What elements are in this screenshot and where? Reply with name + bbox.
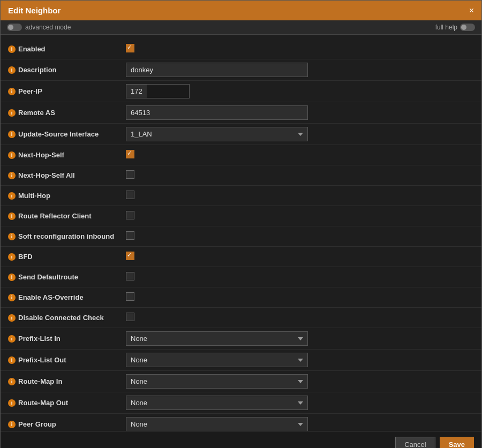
peer-ip-prefix: 172 bbox=[126, 84, 147, 98]
label-route-reflector: i Route Reflector Client bbox=[8, 212, 126, 220]
label-disable-connected: i Disable Connected Check bbox=[8, 314, 126, 322]
select-update-source[interactable]: 1_LAN bbox=[126, 127, 308, 141]
label-soft-reconfig: i Soft reconfiguration inbound bbox=[8, 232, 126, 240]
control-disable-connected bbox=[126, 313, 474, 323]
checkbox-enable-as-override[interactable] bbox=[126, 292, 134, 301]
checkbox-route-reflector[interactable] bbox=[126, 211, 134, 219]
checkbox-multi-hop[interactable] bbox=[126, 191, 134, 199]
row-peer-group: i Peer Group None bbox=[1, 414, 481, 431]
label-peer-group: i Peer Group bbox=[8, 420, 126, 428]
row-multi-hop: i Multi-Hop bbox=[1, 186, 481, 206]
info-icon-prefix-list-out: i bbox=[8, 356, 16, 364]
full-help-label: full help bbox=[435, 24, 457, 31]
dialog-footer: Cancel Save bbox=[1, 431, 481, 448]
label-send-defaultroute: i Send Defaultroute bbox=[8, 273, 126, 281]
dialog-body: i Enabled i Description i Peer-IP bbox=[1, 35, 481, 431]
save-button[interactable]: Save bbox=[440, 437, 474, 448]
edit-neighbor-dialog: Edit Neighbor × advanced mode full help … bbox=[0, 0, 482, 448]
row-prefix-list-out: i Prefix-List Out None bbox=[1, 350, 481, 371]
control-enabled bbox=[126, 44, 474, 54]
label-bfd: i BFD bbox=[8, 253, 126, 261]
label-enable-as-override: i Enable AS-Override bbox=[8, 293, 126, 301]
checkbox-bfd[interactable] bbox=[126, 252, 134, 260]
control-remote-as bbox=[126, 105, 474, 120]
info-icon-update-source: i bbox=[8, 131, 16, 138]
info-icon-bfd: i bbox=[8, 253, 16, 261]
control-soft-reconfig bbox=[126, 231, 474, 241]
label-route-map-out: i Route-Map Out bbox=[8, 399, 126, 407]
row-send-defaultroute: i Send Defaultroute bbox=[1, 267, 481, 287]
select-route-map-out[interactable]: None bbox=[126, 396, 308, 410]
input-peer-ip-suffix[interactable] bbox=[147, 84, 190, 98]
info-icon-next-hop-self: i bbox=[8, 151, 16, 159]
input-remote-as[interactable] bbox=[126, 105, 308, 120]
label-update-source: i Update-Source Interface bbox=[8, 130, 126, 138]
close-button[interactable]: × bbox=[469, 6, 474, 15]
select-route-map-in[interactable]: None bbox=[126, 374, 308, 389]
control-description bbox=[126, 63, 474, 77]
control-bfd bbox=[126, 252, 474, 262]
checkbox-soft-reconfig[interactable] bbox=[126, 231, 134, 240]
advanced-mode-toggle[interactable]: advanced mode bbox=[7, 24, 71, 31]
checkbox-send-defaultroute[interactable] bbox=[126, 272, 134, 280]
label-multi-hop: i Multi-Hop bbox=[8, 192, 126, 200]
control-next-hop-self-all bbox=[126, 170, 474, 180]
row-route-map-in: i Route-Map In None bbox=[1, 371, 481, 392]
label-next-hop-self: i Next-Hop-Self bbox=[8, 151, 126, 159]
row-next-hop-self: i Next-Hop-Self bbox=[1, 145, 481, 165]
label-remote-as: i Remote AS bbox=[8, 109, 126, 117]
row-update-source: i Update-Source Interface 1_LAN bbox=[1, 124, 481, 145]
row-enable-as-override: i Enable AS-Override bbox=[1, 287, 481, 308]
info-icon-description: i bbox=[8, 66, 16, 74]
full-help-toggle[interactable]: full help bbox=[435, 24, 475, 31]
dialog-title: Edit Neighbor bbox=[8, 6, 61, 15]
label-prefix-list-out: i Prefix-List Out bbox=[8, 356, 126, 364]
control-route-reflector bbox=[126, 211, 474, 221]
info-icon-route-map-in: i bbox=[8, 378, 16, 385]
info-icon-route-map-out: i bbox=[8, 399, 16, 407]
info-icon-remote-as: i bbox=[8, 109, 16, 117]
select-prefix-list-out[interactable]: None bbox=[126, 353, 308, 367]
row-enabled: i Enabled bbox=[1, 39, 481, 59]
control-peer-group: None bbox=[126, 417, 474, 431]
toggle-icon bbox=[7, 24, 22, 31]
control-next-hop-self bbox=[126, 150, 474, 160]
row-remote-as: i Remote AS bbox=[1, 102, 481, 124]
control-enable-as-override bbox=[126, 292, 474, 302]
select-peer-group[interactable]: None bbox=[126, 417, 308, 431]
row-bfd: i BFD bbox=[1, 247, 481, 267]
control-send-defaultroute bbox=[126, 272, 474, 282]
row-soft-reconfig: i Soft reconfiguration inbound bbox=[1, 226, 481, 247]
row-next-hop-self-all: i Next-Hop-Self All bbox=[1, 165, 481, 186]
checkbox-next-hop-self[interactable] bbox=[126, 150, 134, 158]
info-icon-enable-as-override: i bbox=[8, 294, 16, 301]
checkbox-next-hop-self-all[interactable] bbox=[126, 170, 134, 179]
control-prefix-list-in: None bbox=[126, 331, 474, 346]
dialog-header: Edit Neighbor × bbox=[1, 1, 481, 20]
label-description: i Description bbox=[8, 66, 126, 74]
row-description: i Description bbox=[1, 59, 481, 81]
info-icon-next-hop-self-all: i bbox=[8, 172, 16, 179]
label-next-hop-self-all: i Next-Hop-Self All bbox=[8, 171, 126, 179]
info-icon-soft-reconfig: i bbox=[8, 233, 16, 240]
info-icon-multi-hop: i bbox=[8, 192, 16, 200]
peer-ip-wrapper: 172 bbox=[126, 84, 474, 98]
advanced-mode-label: advanced mode bbox=[25, 24, 71, 31]
checkbox-enabled[interactable] bbox=[126, 44, 134, 52]
checkbox-disable-connected[interactable] bbox=[126, 313, 134, 321]
row-prefix-list-in: i Prefix-List In None bbox=[1, 328, 481, 350]
info-icon-disable-connected: i bbox=[8, 314, 16, 322]
select-prefix-list-in[interactable]: None bbox=[126, 331, 308, 346]
control-route-map-in: None bbox=[126, 374, 474, 389]
control-peer-ip: 172 bbox=[126, 84, 474, 98]
label-route-map-in: i Route-Map In bbox=[8, 377, 126, 385]
info-icon-prefix-list-in: i bbox=[8, 335, 16, 343]
label-enabled: i Enabled bbox=[8, 45, 126, 53]
cancel-button[interactable]: Cancel bbox=[395, 437, 435, 448]
label-prefix-list-in: i Prefix-List In bbox=[8, 335, 126, 343]
label-peer-ip: i Peer-IP bbox=[8, 87, 126, 95]
input-description[interactable] bbox=[126, 63, 308, 77]
dialog-toolbar: advanced mode full help bbox=[1, 20, 481, 35]
full-help-toggle-icon bbox=[460, 24, 475, 31]
info-icon-send-defaultroute: i bbox=[8, 274, 16, 281]
